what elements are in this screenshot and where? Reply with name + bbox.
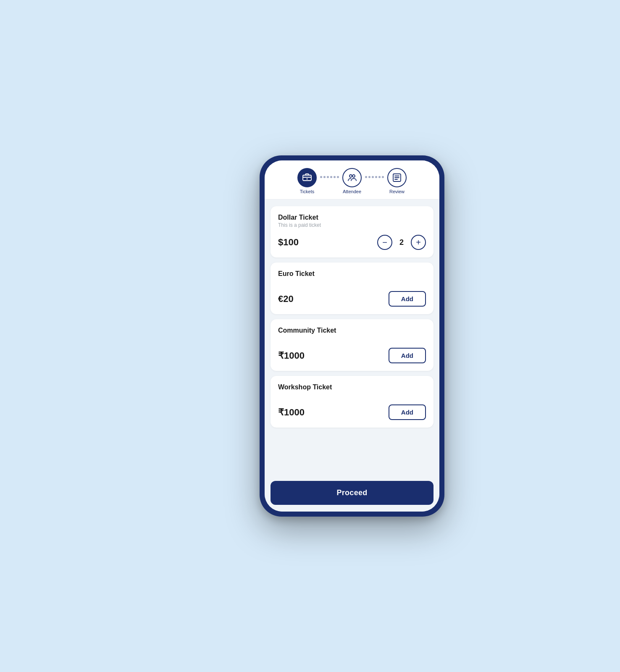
svg-point-2 (307, 178, 308, 180)
phone-wrapper: Tickets (260, 155, 444, 517)
quantity-value-dollar: 2 (398, 238, 405, 247)
dots-1 (320, 176, 339, 178)
step-tickets-icon (297, 168, 317, 187)
proceed-bar: Proceed (265, 476, 439, 512)
add-button-community[interactable]: Add (389, 348, 426, 363)
ticket-name-community: Community Ticket (278, 327, 426, 334)
increment-dollar[interactable]: + (411, 235, 426, 250)
ticket-desc-community (278, 335, 426, 341)
quantity-control-dollar: − 2 + (377, 235, 426, 250)
ticket-desc-euro (278, 278, 426, 284)
ticket-card-workshop: Workshop Ticket ₹1000 Add (271, 376, 433, 428)
ticket-card-euro: Euro Ticket €20 Add (271, 262, 433, 314)
phone-screen: Tickets (265, 160, 439, 512)
phone-shell: Tickets (260, 155, 444, 517)
ticket-list: Dollar Ticket This is a paid ticket $100… (265, 200, 439, 476)
ticket-desc-dollar: This is a paid ticket (278, 222, 426, 228)
step-attendee-label: Attendee (343, 189, 361, 194)
svg-point-4 (352, 175, 355, 177)
proceed-button[interactable]: Proceed (271, 481, 433, 505)
step-review[interactable]: Review (387, 168, 407, 194)
ticket-card-dollar: Dollar Ticket This is a paid ticket $100… (271, 206, 433, 257)
ticket-desc-workshop (278, 392, 426, 398)
step-review-label: Review (389, 189, 405, 194)
add-button-workshop[interactable]: Add (389, 404, 426, 420)
ticket-price-euro: €20 (278, 294, 294, 304)
ticket-bottom-community: ₹1000 Add (278, 348, 426, 363)
dots-2 (365, 176, 384, 178)
ticket-price-community: ₹1000 (278, 350, 305, 361)
stepper: Tickets (265, 160, 439, 200)
add-button-euro[interactable]: Add (389, 291, 426, 307)
ticket-bottom-workshop: ₹1000 Add (278, 404, 426, 420)
ticket-card-community: Community Ticket ₹1000 Add (271, 319, 433, 371)
svg-rect-0 (303, 175, 311, 181)
step-review-icon (387, 168, 407, 187)
ticket-price-workshop: ₹1000 (278, 407, 305, 418)
ticket-bottom-euro: €20 Add (278, 291, 426, 307)
ticket-name-workshop: Workshop Ticket (278, 383, 426, 391)
decrement-dollar[interactable]: − (377, 235, 392, 250)
ticket-bottom-dollar: $100 − 2 + (278, 235, 426, 250)
step-attendee-icon (342, 168, 362, 187)
ticket-price-dollar: $100 (278, 237, 299, 248)
ticket-name-euro: Euro Ticket (278, 270, 426, 278)
svg-point-3 (349, 175, 352, 177)
step-tickets-label: Tickets (300, 189, 314, 194)
ticket-name-dollar: Dollar Ticket (278, 214, 426, 221)
step-attendee[interactable]: Attendee (342, 168, 362, 194)
step-tickets[interactable]: Tickets (297, 168, 317, 194)
